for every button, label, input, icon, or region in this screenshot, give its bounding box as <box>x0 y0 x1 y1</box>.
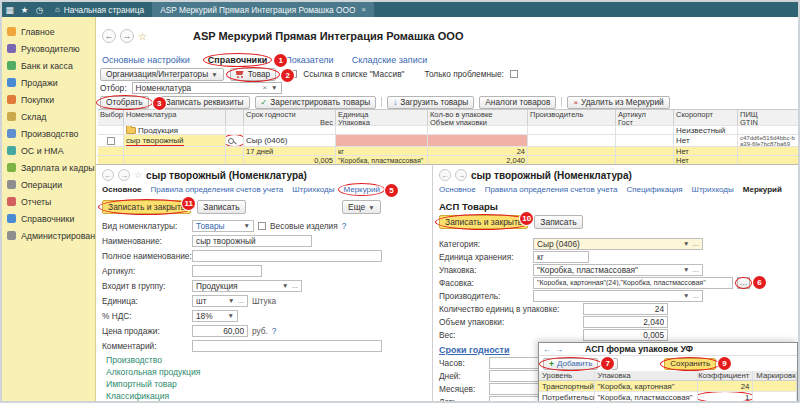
col-perishable[interactable]: Скоропорт <box>674 110 738 125</box>
units-per-pack-input[interactable]: 24 <box>583 303 668 315</box>
pack-volume-input[interactable]: 2,040 <box>583 316 668 328</box>
tab-mercury[interactable]: Меркурий <box>743 185 782 194</box>
col-qty-volume[interactable]: Кол-во в упаковкеОбъем упаковки <box>428 110 528 125</box>
col-article-gost[interactable]: АртикулГост <box>616 110 674 125</box>
add-button[interactable]: + Добавить 7 <box>543 358 598 370</box>
col-marking[interactable]: Маркировка <box>753 371 797 380</box>
help-icon[interactable]: ? <box>272 326 277 336</box>
save-pack-button[interactable]: Сохранить 9 <box>664 358 716 370</box>
org-integrators-button[interactable]: Организация/Интеграторы ▼ <box>100 68 224 81</box>
product-analogs-button[interactable]: Аналоги товаров <box>479 96 556 109</box>
forward-arrow-icon[interactable]: → <box>120 29 134 43</box>
kind-combobox[interactable]: Товары ▼ <box>192 220 254 232</box>
tab-specification[interactable]: Спецификация <box>626 185 682 194</box>
link-imported[interactable]: Импортный товар <box>106 379 177 389</box>
tab-mercury[interactable]: Меркурий 5 <box>343 185 380 194</box>
link-alcohol[interactable]: Алкогольная продукция <box>106 367 200 377</box>
chevron-down-icon[interactable]: ▼ <box>271 84 277 91</box>
tab-barcodes[interactable]: Штрихкоды <box>692 185 734 194</box>
fasovka-input[interactable]: "Коробка, картонная"(24),"Коробка, пласт… <box>533 277 733 289</box>
sidebar-item-reports[interactable]: Отчеты <box>2 193 95 210</box>
back-arrow-icon[interactable]: ← <box>102 29 116 43</box>
chevron-down-icon[interactable]: ▼ <box>244 222 250 229</box>
sidebar-item-production[interactable]: Производство <box>2 125 95 142</box>
chevron-down-icon[interactable]: ▼ <box>683 266 689 273</box>
ellipsis-icon[interactable]: … <box>693 292 700 299</box>
product-button[interactable]: Товар 2 <box>230 68 277 81</box>
close-tab-icon[interactable]: × <box>361 5 366 14</box>
packaging-combobox[interactable]: "Коробка, пластмассовая" ▼ … <box>533 264 703 276</box>
ellipsis-icon[interactable]: … <box>238 297 245 304</box>
price-input[interactable]: 60,00 <box>192 325 248 337</box>
back-arrow-icon[interactable]: ← <box>102 169 114 181</box>
select-button[interactable]: Отобрать 3 <box>100 96 149 109</box>
article-input[interactable] <box>192 265 262 277</box>
col-unit-pack[interactable]: ЕдиницаУпаковка <box>336 110 428 125</box>
storage-unit-input[interactable]: кг <box>533 251 589 263</box>
link-production[interactable]: Производство <box>106 355 162 365</box>
chevron-down-icon[interactable]: ▼ <box>683 240 689 247</box>
group-row-production[interactable]: Продукция Неизвестный <box>98 126 800 135</box>
only-problem-checkbox[interactable] <box>510 70 518 78</box>
back-arrow-icon[interactable]: ← <box>543 345 551 354</box>
help-icon[interactable]: ? <box>342 221 347 231</box>
col-coefficient[interactable]: Коэффициент <box>698 371 754 380</box>
tab-barcodes[interactable]: Штрихкоды <box>292 185 334 194</box>
chevron-down-icon[interactable]: ▼ <box>228 297 234 304</box>
more-button[interactable]: Еще ▼ <box>342 200 381 214</box>
sidebar-item-manager[interactable]: Руководителю <box>2 40 95 57</box>
sidebar-item-operations[interactable]: Операции <box>2 176 95 193</box>
clear-icon[interactable]: × <box>262 83 267 92</box>
tab-main-settings[interactable]: Основные настройки <box>102 55 190 65</box>
sidebar-item-administration[interactable]: Администрирование <box>2 227 95 244</box>
fasovka-select-button[interactable]: … 6 <box>737 277 750 289</box>
save-button[interactable]: Записать <box>197 200 245 214</box>
forward-arrow-icon[interactable]: → <box>455 169 467 181</box>
ellipsis-icon[interactable]: … <box>693 240 700 247</box>
sidebar-item-catalogs[interactable]: Справочники <box>2 210 95 227</box>
ellipsis-icon[interactable]: … <box>693 266 700 273</box>
sidebar-item-warehouse[interactable]: Склад <box>2 108 95 125</box>
col-nomenclature[interactable]: Номенклатура <box>124 110 226 125</box>
weighted-checkbox[interactable] <box>258 222 266 230</box>
category-combobox[interactable]: Сыр (0406) ▼ … <box>533 238 703 250</box>
save-button[interactable]: Записать <box>534 215 582 229</box>
load-products-button[interactable]: ↓ Загрузить товары <box>387 96 474 109</box>
sidebar-item-bank[interactable]: Банк и касса <box>2 57 95 74</box>
register-products-button[interactable]: ✓ Зарегистрировать товары <box>255 96 377 109</box>
ellipsis-icon[interactable]: … <box>292 282 299 289</box>
favorite-star-icon[interactable]: ☆ <box>134 170 142 180</box>
tab-main[interactable]: Основное <box>439 185 476 194</box>
unit-combobox[interactable]: шт ▼ … <box>192 295 248 307</box>
pack-row-consumer[interactable]: Потребительский "Коробка, пластмассовая"… <box>539 392 797 403</box>
save-and-close-button[interactable]: Записать и закрыть 10 <box>439 215 528 229</box>
group-combobox[interactable]: Продукция ▼ … <box>192 280 302 292</box>
tab-app[interactable]: ASP Меркурий Прямая Интеграция Ромашка О… <box>152 2 374 17</box>
name-input[interactable]: сыр творожный <box>192 235 312 247</box>
tab-account-rules[interactable]: Правила определения счетов учета <box>150 185 283 194</box>
mercury-link-icon[interactable]: 4 <box>226 135 244 146</box>
apps-grid-icon[interactable]: ▦ <box>2 5 17 15</box>
tab-main[interactable]: Основное <box>102 185 141 194</box>
delete-from-mercury-button[interactable]: × Удалить из Меркурий <box>567 96 669 109</box>
col-select[interactable]: Выбор <box>98 110 124 125</box>
col-pack[interactable]: Упаковка <box>595 371 698 380</box>
tab-warehouse-records[interactable]: Складские записи <box>352 55 428 65</box>
item-row-line-2[interactable]: 17 дней кг 24 Нет <box>98 147 800 156</box>
vat-combobox[interactable]: 18% ▼ <box>192 310 238 322</box>
weight-input[interactable]: 0,005 <box>583 329 668 341</box>
link-classification[interactable]: Классификация <box>106 391 169 401</box>
forward-arrow-icon[interactable]: → <box>118 169 130 181</box>
save-and-close-button[interactable]: Записать и закрыть 11 <box>102 200 191 214</box>
sidebar-item-purchases[interactable]: Покупки <box>2 91 95 108</box>
col-shelf-weight[interactable]: Срок годностиВес <box>244 110 336 125</box>
comment-input[interactable] <box>192 340 382 352</box>
row-select-checkbox[interactable] <box>107 137 115 145</box>
col-manufacturer[interactable]: Производ­итель <box>528 110 616 125</box>
tab-catalogs[interactable]: Справочники 1 <box>208 55 267 65</box>
chevron-down-icon[interactable]: ▼ <box>282 282 288 289</box>
chevron-down-icon[interactable]: ▼ <box>228 312 234 319</box>
favorites-star-icon[interactable]: ★ <box>17 5 32 15</box>
favorite-star-icon[interactable]: ☆ <box>138 31 147 42</box>
tab-account-rules[interactable]: Правила определения счетов учета <box>485 185 618 194</box>
